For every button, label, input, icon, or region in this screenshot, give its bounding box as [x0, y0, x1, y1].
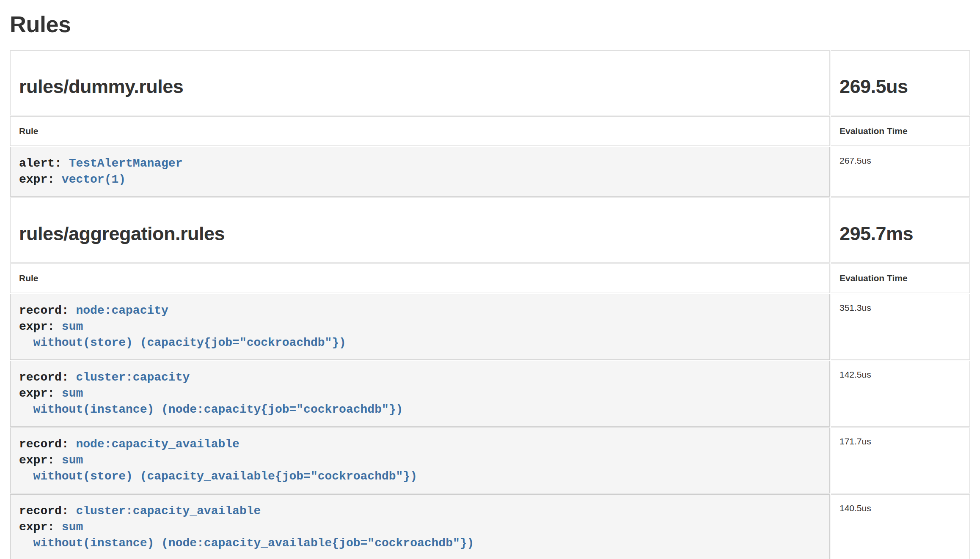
code-keyword: record:	[19, 438, 76, 451]
rule-group-name-cell: rules/dummy.rules	[10, 50, 830, 115]
code-line: expr: sum	[19, 452, 821, 469]
rule-name-link[interactable]: cluster:capacity	[76, 371, 190, 384]
code-line: record: node:capacity	[19, 303, 821, 319]
rule-group-eval-total-cell: 295.7ms	[831, 197, 970, 263]
rule-definition-cell: record: cluster:capacity expr: sum witho…	[10, 361, 830, 427]
eval-time-column-header: Evaluation Time	[831, 263, 970, 293]
code-keyword: expr:	[19, 521, 62, 534]
code-keyword: expr:	[19, 173, 62, 186]
eval-time-column-header: Evaluation Time	[831, 116, 970, 146]
rule-column-header: Rule	[10, 263, 830, 293]
rule-expr-link[interactable]: without(store) (capacity{job="cockroachd…	[19, 336, 346, 349]
column-header-row: Rule Evaluation Time	[10, 116, 970, 146]
rule-expr-link[interactable]: sum	[62, 454, 83, 467]
rule-eval-time: 142.5us	[831, 361, 970, 427]
rule-name-link[interactable]: node:capacity	[76, 304, 168, 317]
rule-definition-cell: alert: TestAlertManager expr: vector(1)	[10, 147, 830, 197]
rule-group-eval-total: 269.5us	[840, 75, 961, 98]
rule-expr-link[interactable]: without(store) (capacity_available{job="…	[19, 470, 417, 483]
rule-row: record: node:capacity_available expr: su…	[10, 427, 970, 493]
rule-eval-time: 140.5us	[831, 494, 970, 559]
rule-group-name: rules/dummy.rules	[19, 75, 821, 98]
column-header-row: Rule Evaluation Time	[10, 263, 970, 293]
rule-group-header-row: rules/aggregation.rules 295.7ms	[10, 197, 970, 263]
rule-row: alert: TestAlertManager expr: vector(1) …	[10, 147, 970, 197]
code-keyword: record:	[19, 304, 76, 317]
rule-group-eval-total-cell: 269.5us	[831, 50, 970, 115]
code-line: without(instance) (node:capacity{job="co…	[19, 402, 821, 418]
rule-expr-link[interactable]: sum	[62, 320, 83, 333]
rule-eval-time: 267.5us	[831, 147, 970, 197]
rule-row: record: cluster:capacity expr: sum witho…	[10, 361, 970, 427]
rule-definition-cell: record: node:capacity expr: sum without(…	[10, 294, 830, 360]
code-keyword: expr:	[19, 454, 62, 467]
code-line: alert: TestAlertManager	[19, 156, 821, 172]
rule-expr-link[interactable]: sum	[62, 387, 83, 400]
code-keyword: record:	[19, 504, 76, 518]
rule-expr-link[interactable]: vector(1)	[62, 173, 126, 186]
code-line: record: node:capacity_available	[19, 436, 821, 452]
code-keyword: record:	[19, 371, 76, 384]
rule-name-link[interactable]: node:capacity_available	[76, 438, 239, 451]
rule-group-eval-total: 295.7ms	[840, 222, 961, 245]
code-keyword: alert:	[19, 157, 69, 170]
rule-definition-cell: record: node:capacity_available expr: su…	[10, 427, 830, 493]
code-line: expr: vector(1)	[19, 172, 821, 188]
code-line: expr: sum	[19, 519, 821, 535]
rule-eval-time: 171.7us	[831, 427, 970, 493]
rule-row: record: cluster:capacity_available expr:…	[10, 494, 970, 559]
code-line: without(store) (capacity_available{job="…	[19, 469, 821, 485]
rule-expr-link[interactable]: without(instance) (node:capacity{job="co…	[19, 403, 403, 416]
rule-eval-time: 351.3us	[831, 294, 970, 360]
rule-group-name: rules/aggregation.rules	[19, 222, 821, 245]
code-line: record: cluster:capacity	[19, 370, 821, 386]
rule-definition-cell: record: cluster:capacity_available expr:…	[10, 494, 830, 559]
rules-table: rules/dummy.rules 269.5us Rule Evaluatio…	[9, 49, 971, 559]
rule-expr-link[interactable]: sum	[62, 521, 83, 534]
rule-column-header: Rule	[10, 116, 830, 146]
rule-group-header-row: rules/dummy.rules 269.5us	[10, 50, 970, 115]
code-line: expr: sum	[19, 319, 821, 335]
rules-page: Rules rules/dummy.rules 269.5us Rule Eva…	[0, 11, 980, 559]
code-line: record: cluster:capacity_available	[19, 503, 821, 519]
rule-name-link[interactable]: TestAlertManager	[69, 157, 183, 170]
page-title: Rules	[10, 11, 971, 37]
code-line: expr: sum	[19, 386, 821, 402]
code-keyword: expr:	[19, 387, 62, 400]
rule-row: record: node:capacity expr: sum without(…	[10, 294, 970, 360]
rule-group-name-cell: rules/aggregation.rules	[10, 197, 830, 263]
rule-name-link[interactable]: cluster:capacity_available	[76, 504, 261, 518]
code-line: without(store) (capacity{job="cockroachd…	[19, 335, 821, 351]
rule-expr-link[interactable]: without(instance) (node:capacity_availab…	[19, 537, 474, 550]
code-line: without(instance) (node:capacity_availab…	[19, 535, 821, 551]
code-keyword: expr:	[19, 320, 62, 333]
